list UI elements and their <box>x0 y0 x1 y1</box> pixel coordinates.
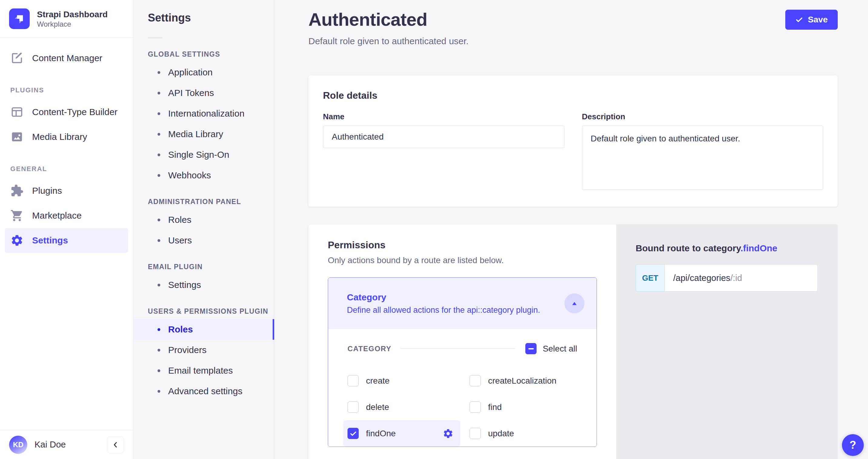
find-one-checkbox[interactable] <box>347 428 359 439</box>
action-find: find <box>470 394 577 420</box>
check-icon <box>795 16 803 24</box>
category-accordion-body: CATEGORY Select all create <box>328 329 596 447</box>
action-label: find <box>488 402 502 412</box>
subnav-title: Settings <box>148 11 274 24</box>
select-all-label: Select all <box>542 344 577 354</box>
user-name: Kai Doe <box>35 439 66 450</box>
image-icon <box>10 130 24 143</box>
subnav-item-label: Email templates <box>168 365 233 376</box>
create-localization-checkbox[interactable] <box>470 375 481 386</box>
route-display: GET /api/categories/:id <box>636 264 818 292</box>
subnav-item-application[interactable]: Application <box>133 62 274 83</box>
bullet-icon <box>158 239 160 242</box>
select-all-checkbox[interactable] <box>525 343 536 354</box>
subnav-item-label: Single Sign-On <box>168 150 229 160</box>
route-path-param: /:id <box>731 273 742 283</box>
nav-item-label: Media Library <box>32 132 87 142</box>
subnav-section-email-plugin: EMAIL PLUGIN <box>148 263 274 271</box>
save-button[interactable]: Save <box>785 10 838 30</box>
action-label: delete <box>366 402 389 412</box>
subnav-item-label: Roles <box>168 215 191 225</box>
feather-pen-icon <box>10 52 24 65</box>
subnav-item-single-sign-on[interactable]: Single Sign-On <box>133 144 274 165</box>
subnav-item-email-settings[interactable]: Settings <box>133 274 274 295</box>
subnav-item-providers[interactable]: Providers <box>133 340 274 360</box>
subnav-item-label: Users <box>168 235 192 245</box>
puzzle-icon <box>10 184 24 197</box>
bullet-icon <box>158 154 160 156</box>
http-method-badge: GET <box>636 264 665 292</box>
action-update: update <box>470 420 577 447</box>
name-label: Name <box>323 112 564 122</box>
subnav-item-api-tokens[interactable]: API Tokens <box>133 83 274 103</box>
nav-section-plugins: PLUGINS <box>10 86 128 94</box>
settings-subnav: Settings GLOBAL SETTINGS Application API… <box>133 0 274 459</box>
subnav-item-label: Webhooks <box>168 170 211 181</box>
gear-icon <box>443 428 454 439</box>
category-accordion-header[interactable]: Category Define all allowed actions for … <box>328 277 596 329</box>
main-nav-body: Content Manager PLUGINS Content-Type Bui… <box>0 38 133 430</box>
divider <box>401 349 515 349</box>
subnav-item-webhooks[interactable]: Webhooks <box>133 165 274 186</box>
bound-route-panel: Bound route to category.findOne GET /api… <box>616 224 838 459</box>
permissions-card: Permissions Only actions bound by a rout… <box>308 224 616 459</box>
bound-route-title-action: .findOne <box>740 243 777 253</box>
bullet-icon <box>158 92 160 95</box>
permissions-section: Permissions Only actions bound by a rout… <box>308 224 838 459</box>
save-button-label: Save <box>808 15 828 25</box>
update-checkbox[interactable] <box>470 428 481 439</box>
description-label: Description <box>582 112 824 122</box>
permissions-subtitle: Only actions bound by a route are listed… <box>328 256 597 265</box>
page-title: Authenticated <box>308 9 469 30</box>
delete-checkbox[interactable] <box>347 401 359 413</box>
subnav-item-up-roles[interactable]: Roles <box>133 319 274 340</box>
subnav-section-global-settings: GLOBAL SETTINGS <box>148 50 274 59</box>
role-details-heading: Role details <box>323 90 823 101</box>
subnav-section-users-permissions-plugin: USERS & PERMISSIONS PLUGIN <box>148 307 274 316</box>
subnav-item-label: Providers <box>168 345 207 355</box>
role-details-card: Role details Name Description Default ro… <box>308 75 838 207</box>
avatar[interactable]: KD <box>9 436 27 454</box>
nav-item-content-manager[interactable]: Content Manager <box>5 46 128 70</box>
brand-subtitle: Workplace <box>37 20 107 29</box>
action-create-localization: createLocalization <box>470 367 577 394</box>
category-subsection-label: CATEGORY <box>347 345 392 353</box>
action-label: createLocalization <box>488 376 557 386</box>
bullet-icon <box>158 349 160 352</box>
collapse-accordion-button[interactable] <box>564 293 584 314</box>
bullet-icon <box>158 133 160 136</box>
collapse-sidebar-button[interactable] <box>107 436 124 453</box>
bullet-icon <box>158 328 160 331</box>
gear-icon <box>10 234 24 247</box>
subnav-item-advanced-settings[interactable]: Advanced settings <box>133 381 274 401</box>
subnav-item-label: Roles <box>168 324 193 334</box>
nav-item-settings[interactable]: Settings <box>5 228 128 253</box>
subnav-item-label: Internationalization <box>168 108 245 119</box>
subnav-item-label: Media Library <box>168 129 223 139</box>
nav-item-marketplace[interactable]: Marketplace <box>5 203 128 228</box>
description-textarea[interactable]: Default role given to authenticated user… <box>582 126 824 190</box>
help-button[interactable]: ? <box>842 434 864 456</box>
subnav-item-label: Advanced settings <box>168 386 242 396</box>
bullet-icon <box>158 390 160 393</box>
bullet-icon <box>158 369 160 372</box>
nav-item-plugins[interactable]: Plugins <box>5 178 128 203</box>
subnav-item-admin-roles[interactable]: Roles <box>133 209 274 230</box>
find-checkbox[interactable] <box>470 401 481 413</box>
workspace-brand[interactable]: Strapi Dashboard Workplace <box>0 0 133 38</box>
name-input[interactable] <box>323 126 564 148</box>
action-delete: delete <box>347 394 470 420</box>
subnav-item-label: API Tokens <box>168 88 214 98</box>
nav-item-media-library[interactable]: Media Library <box>5 125 128 149</box>
subnav-item-admin-users[interactable]: Users <box>133 230 274 251</box>
subnav-item-media-library[interactable]: Media Library <box>133 124 274 144</box>
create-checkbox[interactable] <box>347 375 359 386</box>
nav-item-label: Content-Type Builder <box>32 107 118 117</box>
nav-item-content-type-builder[interactable]: Content-Type Builder <box>5 100 128 125</box>
subnav-item-internationalization[interactable]: Internationalization <box>133 103 274 124</box>
find-one-settings-button[interactable] <box>443 428 454 439</box>
name-field-group: Name <box>323 112 564 191</box>
page-header: Authenticated Default role given to auth… <box>274 0 868 46</box>
subnav-section-administration-panel: ADMINISTRATION PANEL <box>148 198 274 206</box>
subnav-item-email-templates[interactable]: Email templates <box>133 360 274 381</box>
